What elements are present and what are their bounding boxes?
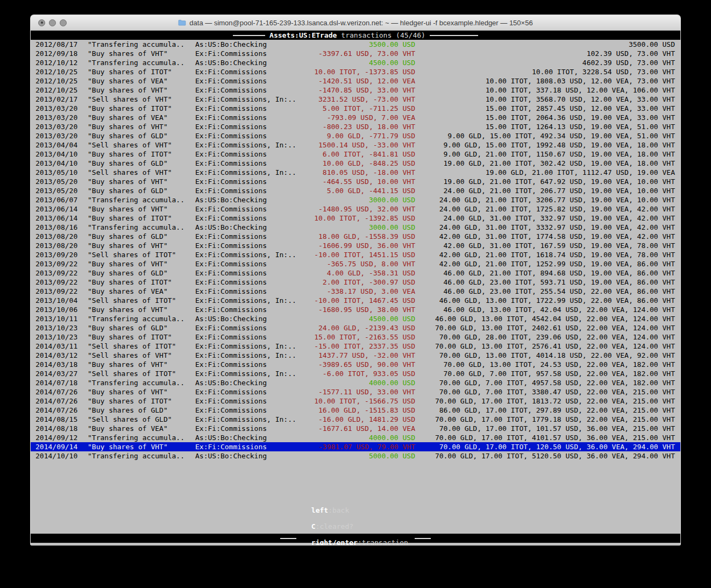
transaction-account: Ex:Fi:Commissions bbox=[195, 232, 303, 241]
transaction-row[interactable]: 2013/10/23 "Buy shares of GLD" Ex:Fi:Com… bbox=[31, 323, 680, 332]
terminal-window: data — simon@pool-71-165-239-133.lsanca.… bbox=[31, 15, 680, 545]
header-rule-right bbox=[430, 35, 478, 36]
running-balance: 70.00 GLD, 7.00 ITOT, 4957.58 USD, 22.00… bbox=[415, 378, 680, 387]
transaction-row[interactable]: 2012/10/12 "Transfering accumula.. As:US… bbox=[31, 58, 680, 67]
transaction-description: "Transfering accumula.. bbox=[88, 451, 195, 461]
transaction-date: 2014/10/10 bbox=[35, 451, 88, 461]
transaction-row[interactable]: 2013/03/20 "Buy shares of VHT" Ex:Fi:Com… bbox=[31, 122, 680, 131]
transaction-amount: -16.00 GLD, 1481.29 USD bbox=[303, 415, 415, 424]
transaction-row[interactable]: 2013/04/10 "Buy shares of GLD" Ex:Fi:Com… bbox=[31, 159, 680, 168]
transaction-amount: 4.00 GLD, -358.31 USD bbox=[303, 268, 415, 278]
register-account-name: Assets:US:ETrade bbox=[269, 31, 337, 39]
transaction-amount: 1500.14 USD, -33.00 VHT bbox=[303, 140, 415, 150]
transaction-row[interactable]: 2014/08/15 "Sell shares of GLD" Ex:Fi:Co… bbox=[31, 415, 680, 424]
transaction-description: "Buy shares of VHT" bbox=[88, 259, 195, 268]
running-balance: 46.00 GLD, 13.00 ITOT, 42.04 USD, 22.00 … bbox=[415, 305, 680, 314]
transaction-date: 2014/07/26 bbox=[35, 406, 88, 415]
transaction-row[interactable]: 2013/09/22 "Buy shares of GLD" Ex:Fi:Com… bbox=[31, 268, 680, 278]
transaction-account: As:US:Bo:Checking bbox=[195, 58, 303, 67]
transaction-date: 2013/09/22 bbox=[35, 268, 88, 278]
transaction-row[interactable]: 2012/10/25 "Buy shares of ITOT" Ex:Fi:Co… bbox=[31, 67, 680, 76]
transaction-date: 2013/06/14 bbox=[35, 204, 88, 214]
running-balance: 70.00 GLD, 28.00 ITOT, 239.06 USD, 22.00… bbox=[415, 332, 680, 342]
transaction-row[interactable]: 2013/05/20 "Buy shares of VHT" Ex:Fi:Com… bbox=[31, 177, 680, 186]
transaction-row[interactable]: 2013/03/20 "Buy shares of GLD" Ex:Fi:Com… bbox=[31, 131, 680, 140]
transaction-amount: -15.00 ITOT, 2337.35 USD bbox=[303, 342, 415, 351]
transaction-row[interactable]: 2013/04/04 "Sell shares of VHT" Ex:Fi:Co… bbox=[31, 140, 680, 150]
minimize-button[interactable] bbox=[49, 19, 56, 26]
close-button[interactable] bbox=[38, 19, 45, 26]
help-key: right/enter bbox=[311, 539, 358, 546]
transaction-row[interactable]: 2013/10/06 "Buy shares of VHT" Ex:Fi:Com… bbox=[31, 305, 680, 314]
transaction-row[interactable]: 2014/03/11 "Sell shares of ITOT" Ex:Fi:C… bbox=[31, 342, 680, 351]
transaction-row[interactable]: 2013/09/22 "Buy shares of VEA" Ex:Fi:Com… bbox=[31, 287, 680, 296]
transaction-date: 2013/06/07 bbox=[35, 195, 88, 204]
transaction-row[interactable]: 2014/03/18 "Buy shares of VHT" Ex:Fi:Com… bbox=[31, 360, 680, 369]
running-balance: 46.00 GLD, 23.00 ITOT, 593.71 USD, 19.00… bbox=[415, 278, 680, 287]
transaction-row[interactable]: 2013/09/22 "Buy shares of ITOT" Ex:Fi:Co… bbox=[31, 278, 680, 287]
transaction-description: "Buy shares of VEA" bbox=[88, 424, 195, 433]
transaction-account: Ex:Fi:Commissions bbox=[195, 177, 303, 186]
transaction-account: Ex:Fi:Commissions bbox=[195, 86, 303, 95]
transaction-row[interactable]: 2014/07/18 "Transfering accumula.. As:US… bbox=[31, 378, 680, 387]
transaction-amount: 24.00 GLD, -2139.43 USD bbox=[303, 323, 415, 332]
transaction-row[interactable]: 2013/09/22 "Buy shares of VHT" Ex:Fi:Com… bbox=[31, 259, 680, 268]
transaction-row[interactable]: 2014/07/26 "Buy shares of GLD" Ex:Fi:Com… bbox=[31, 406, 680, 415]
transaction-description: "Buy shares of GLD" bbox=[88, 232, 195, 241]
transaction-row[interactable]: 2013/08/20 "Buy shares of GLD" Ex:Fi:Com… bbox=[31, 232, 680, 241]
running-balance: 46.00 GLD, 21.00 ITOT, 894.68 USD, 19.00… bbox=[415, 268, 680, 278]
transaction-row[interactable]: 2014/03/27 "Sell shares of ITOT" Ex:Fi:C… bbox=[31, 369, 680, 378]
transaction-amount: -1606.99 USD, 36.00 VHT bbox=[303, 241, 415, 250]
transaction-description: "Buy shares of VHT" bbox=[88, 241, 195, 250]
transaction-row[interactable]: 2013/10/23 "Buy shares of ITOT" Ex:Fi:Co… bbox=[31, 332, 680, 342]
window-titlebar[interactable]: data — simon@pool-71-165-239-133.lsanca.… bbox=[31, 15, 680, 31]
transaction-row[interactable]: 2013/05/10 "Sell shares of VHT" Ex:Fi:Co… bbox=[31, 168, 680, 177]
zoom-button[interactable] bbox=[60, 19, 67, 26]
transaction-row[interactable]: 2012/09/18 "Buy shares of VHT" Ex:Fi:Com… bbox=[31, 49, 680, 58]
transaction-row[interactable]: 2012/10/25 "Buy shares of VEA" Ex:Fi:Com… bbox=[31, 76, 680, 86]
transaction-date: 2013/10/11 bbox=[35, 314, 88, 323]
help-action: :cleared? bbox=[316, 522, 353, 530]
transaction-row[interactable]: 2013/05/20 "Buy shares of GLD" Ex:Fi:Com… bbox=[31, 186, 680, 195]
transaction-row[interactable]: 2014/10/10 "Transfering accumula.. As:US… bbox=[31, 451, 680, 461]
transaction-row[interactable]: 2013/10/11 "Transfering accumula.. As:US… bbox=[31, 314, 680, 323]
transaction-account: Ex:Fi:Commissions, In:.. bbox=[195, 369, 303, 378]
transaction-account: Ex:Fi:Commissions bbox=[195, 442, 303, 451]
transaction-date: 2013/10/06 bbox=[35, 305, 88, 314]
running-balance: 24.00 GLD, 21.00 ITOT, 1725.82 USD, 19.0… bbox=[415, 204, 680, 214]
transaction-row[interactable]: 2012/08/17 "Transfering accumula.. As:US… bbox=[31, 40, 680, 49]
transaction-amount: -1577.11 USD, 33.00 VHT bbox=[303, 387, 415, 396]
register-header: Assets:US:ETrade transactions (45/46) bbox=[31, 31, 680, 40]
transaction-date: 2014/03/11 bbox=[35, 342, 88, 351]
transaction-account: Ex:Fi:Commissions bbox=[195, 332, 303, 342]
transaction-row[interactable]: 2014/07/26 "Buy shares of VHT" Ex:Fi:Com… bbox=[31, 387, 680, 396]
transaction-row[interactable]: 2013/09/20 "Sell shares of ITOT" Ex:Fi:C… bbox=[31, 250, 680, 259]
transaction-row[interactable]: 2013/04/10 "Buy shares of ITOT" Ex:Fi:Co… bbox=[31, 150, 680, 159]
transaction-row[interactable]: 2014/03/12 "Sell shares of VHT" Ex:Fi:Co… bbox=[31, 351, 680, 360]
transaction-amount: 18.00 GLD, -1558.39 USD bbox=[303, 232, 415, 241]
transaction-row[interactable]: 2014/09/12 "Transfering accumula.. As:US… bbox=[31, 433, 680, 442]
transaction-row[interactable]: 2013/06/07 "Transfering accumula.. As:US… bbox=[31, 195, 680, 204]
transaction-row[interactable]: 2012/10/25 "Buy shares of VHT" Ex:Fi:Com… bbox=[31, 86, 680, 95]
transaction-row[interactable]: 2013/03/20 "Buy shares of VEA" Ex:Fi:Com… bbox=[31, 113, 680, 122]
transaction-date: 2013/05/20 bbox=[35, 186, 88, 195]
transaction-row[interactable]: 2013/06/14 "Buy shares of ITOT" Ex:Fi:Co… bbox=[31, 214, 680, 223]
hledger-screen[interactable]: Assets:US:ETrade transactions (45/46) 20… bbox=[31, 31, 680, 544]
transaction-amount: -464.55 USD, 10.00 VHT bbox=[303, 177, 415, 186]
transaction-row[interactable]: 2013/02/17 "Sell shares of VHT" Ex:Fi:Co… bbox=[31, 95, 680, 104]
transaction-row[interactable]: 2014/07/26 "Buy shares of ITOT" Ex:Fi:Co… bbox=[31, 396, 680, 406]
transaction-date: 2014/07/26 bbox=[35, 387, 88, 396]
transaction-row[interactable]: 2013/10/04 "Sell shares of ITOT" Ex:Fi:C… bbox=[31, 296, 680, 305]
running-balance: 24.00 GLD, 21.00 ITOT, 3206.77 USD, 19.0… bbox=[415, 195, 680, 204]
transaction-row[interactable]: 2013/03/20 "Buy shares of ITOT" Ex:Fi:Co… bbox=[31, 104, 680, 113]
transaction-date: 2013/05/20 bbox=[35, 177, 88, 186]
running-balance: 86.00 GLD, 17.00 ITOT, 297.89 USD, 22.00… bbox=[415, 406, 680, 415]
transaction-account: As:US:Bo:Checking bbox=[195, 195, 303, 204]
transaction-description: "Buy shares of VHT" bbox=[88, 49, 195, 58]
transaction-row[interactable]: 2014/08/18 "Buy shares of VEA" Ex:Fi:Com… bbox=[31, 424, 680, 433]
transaction-description: "Buy shares of ITOT" bbox=[88, 396, 195, 406]
transaction-row[interactable]: 2014/09/14 "Buy shares of VHT" Ex:Fi:Com… bbox=[31, 442, 680, 451]
transaction-row[interactable]: 2013/08/16 "Transfering accumula.. As:US… bbox=[31, 223, 680, 232]
transaction-row[interactable]: 2013/08/20 "Buy shares of VHT" Ex:Fi:Com… bbox=[31, 241, 680, 250]
transaction-row[interactable]: 2013/06/14 "Buy shares of VHT" Ex:Fi:Com… bbox=[31, 204, 680, 214]
